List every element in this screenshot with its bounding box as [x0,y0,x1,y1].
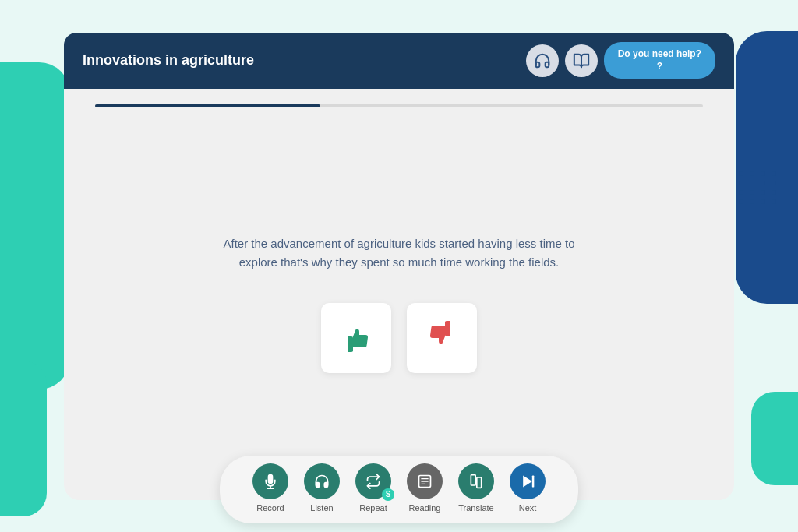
bg-teal-bottom-left [0,361,47,516]
svg-marker-8 [523,475,532,487]
repeat-label: Repeat [359,503,387,513]
toolbar-item-record: Record [252,463,288,513]
repeat-badge: S [382,488,394,501]
reading-label: Reading [409,503,441,513]
repeat-button[interactable]: S [355,463,391,499]
toolbar: Record Listen [220,456,578,523]
header-controls: Do you need help? ? [526,42,715,79]
progress-track [95,104,703,107]
record-button[interactable] [252,463,288,499]
dots-decoration [728,171,775,234]
toolbar-item-reading: Reading [407,463,443,513]
svg-rect-6 [471,474,475,484]
toolbar-item-next: Next [510,463,546,513]
thumbs-down-button[interactable] [407,303,477,373]
help-line2: ? [657,61,662,72]
svg-rect-9 [532,475,535,487]
page-title: Innovations in agriculture [83,52,254,69]
next-label: Next [519,503,537,513]
bg-blue-right [736,31,798,304]
next-button[interactable] [510,463,546,499]
progress-area [64,89,734,107]
thumbs-down-icon [423,318,461,358]
translate-button[interactable] [458,463,494,499]
audio-icon-button[interactable] [526,44,559,77]
record-label: Record [256,503,284,513]
bg-teal-right-bottom [751,392,798,485]
help-line1: Do you need help? [618,48,701,59]
book-icon-button[interactable] [565,44,598,77]
listen-button[interactable] [304,463,340,499]
content-area: After the advancement of agriculture kid… [64,107,734,500]
question-text: After the advancement of agriculture kid… [212,234,586,272]
translate-label: Translate [458,503,493,513]
toolbar-item-translate: Translate [458,463,494,513]
svg-rect-7 [477,477,482,488]
reading-button[interactable] [407,463,443,499]
card-header: Innovations in agriculture Do you need h… [64,33,734,89]
bg-teal-left [0,62,70,389]
toolbar-item-listen: Listen [304,463,340,513]
help-button[interactable]: Do you need help? ? [604,42,715,79]
thumbs-up-button[interactable] [321,303,391,373]
main-card: Innovations in agriculture Do you need h… [64,33,734,500]
answer-cards [321,303,477,373]
progress-fill [95,104,320,107]
toolbar-item-repeat: S Repeat [355,463,391,513]
thumbs-up-icon [337,318,375,358]
listen-label: Listen [310,503,333,513]
